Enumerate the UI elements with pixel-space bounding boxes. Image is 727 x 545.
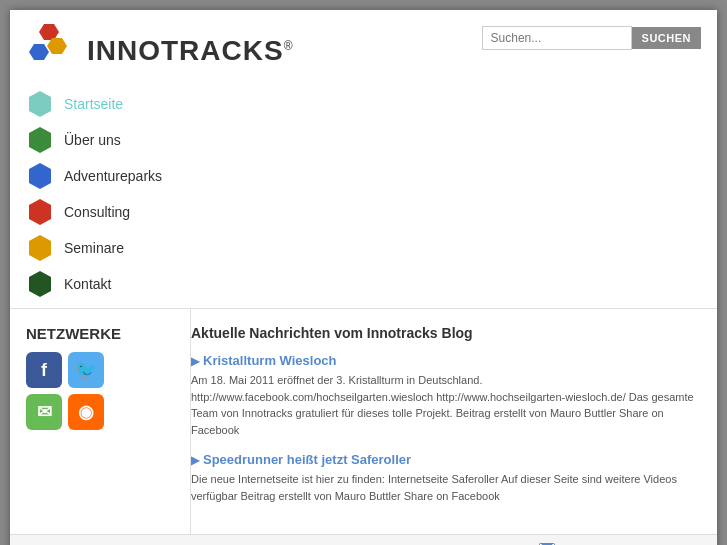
social-icons: f🐦✉◉: [26, 352, 106, 430]
svg-marker-2: [29, 44, 49, 60]
nav-item-label-ueber-uns: Über uns: [64, 132, 121, 148]
arrow-icon: ▶: [191, 355, 199, 368]
arrow-icon: ▶: [191, 454, 199, 467]
nav-item-label-adventureparks: Adventureparks: [64, 168, 162, 184]
page-wrapper: INNOTRACKS® SUCHEN Startseite Über uns A…: [10, 10, 717, 545]
blog-link-item1[interactable]: ▶Kristallturm Wiesloch: [191, 353, 701, 368]
logo-reg: ®: [284, 39, 294, 53]
nav-area: Startseite Über uns Adventureparks Consu…: [10, 80, 717, 309]
svg-marker-6: [29, 199, 51, 225]
svg-marker-4: [29, 127, 51, 153]
social-icon-twitter[interactable]: 🐦: [68, 352, 104, 388]
blog-items: ▶Kristallturm WieslochAm 18. Mai 2011 er…: [191, 353, 701, 504]
blog-item-item2: ▶Speedrunner heißt jetzt SaferollerDie n…: [191, 452, 701, 504]
nav-item-kontakt[interactable]: Kontakt: [26, 266, 717, 302]
hex-icon-ueber-uns: [26, 126, 54, 154]
social-icon-message[interactable]: ✉: [26, 394, 62, 430]
svg-marker-7: [29, 235, 51, 261]
hex-icon-adventureparks: [26, 162, 54, 190]
right-content: Aktuelle Nachrichten vom Innotracks Blog…: [190, 309, 717, 534]
svg-marker-1: [47, 38, 67, 54]
hex-icon-startseite: [26, 90, 54, 118]
logo-name: INNOTRACKS: [87, 35, 284, 66]
header: INNOTRACKS® SUCHEN: [10, 10, 717, 80]
search-button[interactable]: SUCHEN: [632, 27, 701, 49]
main-content: NETZWERKE f🐦✉◉ Aktuelle Nachrichten vom …: [10, 309, 717, 534]
nav-item-consulting[interactable]: Consulting: [26, 194, 717, 230]
hex-icon-consulting: [26, 198, 54, 226]
hex-icon-kontakt: [26, 270, 54, 298]
svg-marker-8: [29, 271, 51, 297]
svg-marker-5: [29, 163, 51, 189]
footer: ImpressumDatenschutzNutzungsbedingungen …: [10, 534, 717, 545]
logo-hexagons: [26, 22, 81, 80]
nav-item-ueber-uns[interactable]: Über uns: [26, 122, 717, 158]
left-panel: NETZWERKE f🐦✉◉: [10, 309, 190, 534]
logo-text: INNOTRACKS®: [87, 35, 294, 67]
blog-section-title: Aktuelle Nachrichten vom Innotracks Blog: [191, 325, 701, 341]
logo-area: INNOTRACKS®: [26, 22, 294, 80]
nav-item-label-seminare: Seminare: [64, 240, 124, 256]
nav-item-startseite[interactable]: Startseite: [26, 86, 717, 122]
blog-item-item1: ▶Kristallturm WieslochAm 18. Mai 2011 er…: [191, 353, 701, 438]
social-icon-facebook[interactable]: f: [26, 352, 62, 388]
blog-link-text: Kristallturm Wiesloch: [203, 353, 337, 368]
nav-item-label-kontakt: Kontakt: [64, 276, 111, 292]
search-input[interactable]: [482, 26, 632, 50]
nav-item-label-consulting: Consulting: [64, 204, 130, 220]
hex-icon-seminare: [26, 234, 54, 262]
blog-link-text: Speedrunner heißt jetzt Saferoller: [203, 452, 411, 467]
nav-item-adventureparks[interactable]: Adventureparks: [26, 158, 717, 194]
blog-link-item2[interactable]: ▶Speedrunner heißt jetzt Saferoller: [191, 452, 701, 467]
blog-item-body-item2: Die neue Internetseite ist hier zu finde…: [191, 471, 701, 504]
social-icon-rss[interactable]: ◉: [68, 394, 104, 430]
svg-marker-0: [39, 24, 59, 40]
blog-item-body-item1: Am 18. Mai 2011 eröffnet der 3. Kristall…: [191, 372, 701, 438]
svg-marker-3: [29, 91, 51, 117]
netzwerke-title: NETZWERKE: [26, 325, 174, 342]
search-area: SUCHEN: [482, 26, 701, 50]
nav-item-label-startseite: Startseite: [64, 96, 123, 112]
nav-item-seminare[interactable]: Seminare: [26, 230, 717, 266]
